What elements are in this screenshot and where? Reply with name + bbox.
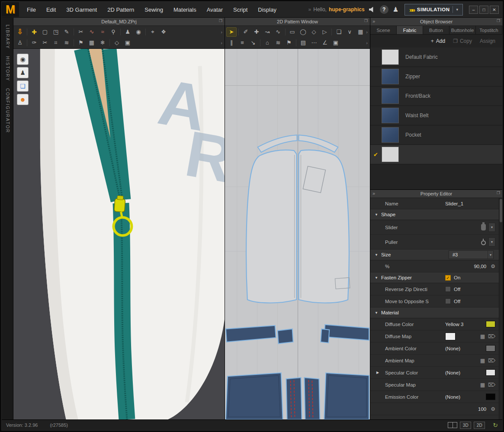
- split-view-icon[interactable]: [448, 422, 457, 428]
- wind-icon[interactable]: ≋: [61, 38, 72, 48]
- front-piece-left[interactable]: [246, 150, 296, 303]
- refresh-icon[interactable]: ↻: [493, 422, 498, 429]
- mesh-icon[interactable]: ◇: [112, 38, 122, 48]
- username-link[interactable]: hupe-graphics: [329, 6, 365, 13]
- grab-icon[interactable]: ✑: [29, 38, 39, 48]
- edit-pattern-icon[interactable]: ✐: [241, 27, 251, 37]
- fabric-row-front-back[interactable]: Front/Back: [370, 86, 502, 106]
- viewport-2d[interactable]: [225, 49, 370, 419]
- sidebar-tab-history[interactable]: HISTORY: [5, 56, 10, 81]
- menu-materials[interactable]: Materials: [168, 2, 202, 17]
- section-material[interactable]: ▼ Material: [370, 307, 499, 318]
- add-point-icon[interactable]: ✚: [251, 27, 262, 37]
- slider-dropdown[interactable]: ▾: [488, 223, 495, 232]
- menu-avatar[interactable]: Avatar: [202, 2, 228, 17]
- fabric-row-waist-belt[interactable]: Waist Belt: [370, 106, 502, 125]
- viewport-3d[interactable]: A R ◉: [13, 49, 225, 419]
- reverse-zip-checkbox[interactable]: [445, 286, 451, 292]
- tab-buttonhole[interactable]: Buttonhole: [449, 26, 476, 34]
- section-size[interactable]: ▼ Size #3 ▾: [370, 250, 499, 260]
- size-dropdown[interactable]: #3 ▾: [449, 250, 494, 259]
- view-2d-button[interactable]: 2D: [474, 422, 485, 429]
- pin-2d-icon[interactable]: ⚑: [284, 38, 294, 48]
- topstitch-tool-icon[interactable]: ≡: [237, 38, 247, 48]
- toolbar-overflow-icon[interactable]: ›: [366, 29, 369, 35]
- fabric-row-zipper[interactable]: Zipper: [370, 67, 502, 86]
- move-opposite-checkbox[interactable]: [445, 298, 451, 304]
- property-scrollbar[interactable]: [499, 198, 502, 419]
- popout-icon[interactable]: ❐: [364, 19, 368, 23]
- close-button[interactable]: ✕: [490, 6, 499, 14]
- fabric-row-selected[interactable]: ✔: [370, 145, 502, 164]
- pen-icon[interactable]: ✎: [61, 27, 72, 37]
- menu-display[interactable]: Display: [253, 2, 282, 17]
- trash-icon[interactable]: ⌦: [488, 333, 495, 339]
- chevron-right-icon[interactable]: ▶: [376, 371, 379, 374]
- avatar-icon[interactable]: ♟: [122, 27, 133, 37]
- help-button[interactable]: ?: [380, 5, 388, 14]
- toolbar-overflow-icon[interactable]: ›: [221, 29, 223, 35]
- select-box-icon[interactable]: ▢: [40, 27, 50, 37]
- tab-scene[interactable]: Scene: [370, 26, 397, 34]
- fabric-row-default[interactable]: Default Fabric: [370, 48, 502, 67]
- view-eye-icon[interactable]: ◉: [17, 54, 29, 65]
- move-gizmo-icon[interactable]: ✚: [29, 27, 39, 37]
- texture-edit-icon[interactable]: ▤: [298, 38, 308, 48]
- map-grid-icon[interactable]: ▦: [480, 333, 485, 339]
- fabric-grid-icon[interactable]: ▦: [87, 38, 97, 48]
- grid-icon[interactable]: ▣: [122, 38, 133, 48]
- flatten-icon[interactable]: ❖: [158, 27, 169, 37]
- menu-3d-garment[interactable]: 3D Garment: [61, 2, 102, 17]
- curve-point-icon[interactable]: ∿: [273, 27, 283, 37]
- reset-drop-icon[interactable]: ⇩: [15, 27, 25, 37]
- toolbar-overflow-icon[interactable]: ›: [366, 40, 369, 45]
- baste-icon[interactable]: ⋯: [309, 38, 319, 48]
- toolbar-overflow-icon[interactable]: ›: [221, 40, 223, 45]
- percent-value-field[interactable]: 90,00: [474, 264, 486, 269]
- garment-3d-render[interactable]: A R: [13, 49, 225, 419]
- sidebar-tab-library[interactable]: LIBRARY: [5, 25, 10, 49]
- view-pattern-icon[interactable]: ❏: [17, 80, 29, 92]
- fasten-checkbox[interactable]: [445, 275, 451, 281]
- pose-avatar-icon[interactable]: ♙: [15, 38, 25, 48]
- transform-icon[interactable]: ◳: [51, 27, 61, 37]
- sidebar-tab-configurator[interactable]: CONFIGURATOR: [5, 88, 10, 133]
- fly-piece-right[interactable]: [304, 378, 320, 419]
- segment-sew-icon[interactable]: ∿: [87, 27, 97, 37]
- rect-pattern-icon[interactable]: ▭: [287, 27, 298, 37]
- angle-icon[interactable]: ∠: [320, 38, 330, 48]
- map-grid-icon[interactable]: ▦: [480, 382, 485, 388]
- maximize-button[interactable]: □: [479, 6, 488, 14]
- circle-avatar-icon[interactable]: ◉: [133, 27, 144, 37]
- ambient-color-swatch[interactable]: [486, 345, 495, 352]
- free-sew-icon[interactable]: ≈: [97, 27, 108, 37]
- collapse-panel-icon[interactable]: »: [372, 191, 375, 196]
- puller-dropdown[interactable]: ▾: [488, 237, 495, 246]
- popout-icon[interactable]: ❐: [219, 19, 222, 23]
- diffuse-color-swatch[interactable]: [486, 321, 495, 327]
- add-fabric-button[interactable]: + Add: [427, 37, 449, 45]
- edit-curve-icon[interactable]: ↝: [262, 27, 273, 37]
- steam-icon[interactable]: ≋: [273, 38, 283, 48]
- pin-icon[interactable]: ⚲: [108, 27, 119, 37]
- menu-sewing[interactable]: Sewing: [139, 2, 168, 17]
- pocket-piece-right[interactable]: [324, 373, 369, 419]
- menu-edit[interactable]: Edit: [41, 2, 61, 17]
- view-3d-button[interactable]: 3D: [460, 422, 471, 429]
- pocket-piece-left[interactable]: [226, 373, 283, 419]
- belt-piece-center-left[interactable]: [278, 329, 293, 344]
- tab-fabric[interactable]: Fabric: [397, 26, 423, 34]
- view-avatar-icon[interactable]: ♟: [17, 67, 29, 78]
- tab-button[interactable]: Button: [423, 26, 449, 34]
- popout-icon[interactable]: ❐: [497, 191, 500, 195]
- pin-flag-icon[interactable]: ⚑: [76, 38, 86, 48]
- simulation-button[interactable]: »» SIMULATION ▾: [404, 4, 463, 16]
- emission-color-swatch[interactable]: [486, 394, 495, 400]
- grading-icon[interactable]: ▦: [355, 27, 366, 37]
- seam-tool-icon[interactable]: ∥: [226, 38, 237, 48]
- name-value-field[interactable]: Slider_1: [445, 201, 463, 206]
- trash-icon[interactable]: ⌦: [488, 358, 495, 364]
- transform-pattern-icon[interactable]: ➤: [226, 27, 237, 37]
- popout-icon[interactable]: ❐: [497, 19, 500, 23]
- trash-icon[interactable]: ⌦: [488, 382, 495, 388]
